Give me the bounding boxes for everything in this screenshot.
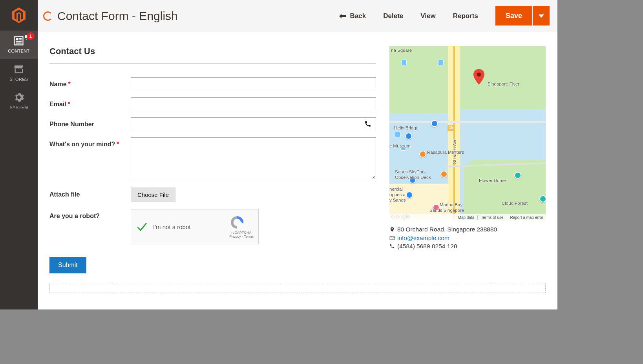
svg-rect-1 xyxy=(16,38,18,40)
phone-label: Phone Number xyxy=(49,117,131,128)
back-button[interactable]: Back xyxy=(339,12,366,20)
name-input[interactable] xyxy=(131,77,376,90)
map-label: Cloud Forest xyxy=(502,201,528,206)
map-label: Sheares Ave xyxy=(452,138,457,164)
attach-label: Attach file xyxy=(49,187,131,198)
envelope-icon xyxy=(389,235,395,241)
robot-label: Are you a robot? xyxy=(49,209,131,220)
poi-icon xyxy=(440,171,448,178)
email-input[interactable] xyxy=(131,97,376,110)
submit-button[interactable]: Submit xyxy=(49,257,86,273)
poi-icon xyxy=(406,191,413,198)
map-label: Sands SkyPark xyxy=(395,169,426,174)
recaptcha-widget[interactable]: I'm not a robot reCAPTCHA xyxy=(131,209,259,244)
rail-label: STORES xyxy=(10,77,28,82)
form-column: Contact Us Name* Email* Phone Number xyxy=(49,46,376,293)
section-title: Contact Us xyxy=(49,46,376,56)
map-label: Rasapura Masters xyxy=(427,150,464,155)
save-dropdown-toggle[interactable] xyxy=(533,6,550,25)
phone-icon xyxy=(389,244,395,249)
map-label: e Museum xyxy=(389,144,411,148)
poi-icon xyxy=(419,151,426,158)
map[interactable]: 15 xyxy=(389,46,546,220)
phone-icon xyxy=(364,120,371,127)
map-label: Flower Dome xyxy=(479,178,506,183)
map-label: Sands Singapore xyxy=(429,208,464,213)
divider xyxy=(49,64,376,64)
save-button-group: Save xyxy=(495,6,550,25)
svg-point-7 xyxy=(477,73,481,76)
poi-icon xyxy=(539,195,546,202)
page-title: Contact Form - English xyxy=(57,9,178,23)
contact-meta: 80 Orchard Road, Singapore 238880 info@e… xyxy=(389,225,546,251)
name-label: Name* xyxy=(49,77,131,88)
map-data-link[interactable]: Map data xyxy=(455,215,475,220)
main-panel: Contact Form - English Back Delete View … xyxy=(38,0,557,309)
check-icon xyxy=(136,221,148,233)
stores-icon xyxy=(13,64,24,75)
save-button[interactable]: Save xyxy=(495,6,532,25)
map-label: na Square xyxy=(391,48,412,53)
map-pin-icon xyxy=(389,227,395,232)
topbar: Contact Form - English Back Delete View … xyxy=(38,0,557,32)
transit-icon xyxy=(395,132,400,137)
side-column: 15 xyxy=(389,46,546,251)
recaptcha-logo: reCAPTCHA Privacy - Terms xyxy=(229,215,254,238)
message-textarea[interactable] xyxy=(131,137,376,179)
map-report-link[interactable]: Report a map error xyxy=(507,215,543,220)
content-icon xyxy=(13,35,24,46)
poi-icon xyxy=(405,133,412,140)
rail-label: CONTENT xyxy=(8,49,29,53)
map-label: Helix Bridge xyxy=(394,126,418,130)
admin-rail: CONTENT 1 STORES SYSTEM xyxy=(0,0,38,309)
spinner-icon xyxy=(43,11,53,21)
map-label: Singapore Flyer xyxy=(488,82,519,86)
map-pin-icon xyxy=(473,69,484,85)
rail-item-stores[interactable]: STORES xyxy=(0,59,38,87)
map-label: oppes at xyxy=(389,192,407,197)
poi-icon xyxy=(514,172,521,179)
map-label: nercial xyxy=(389,187,403,191)
notification-badge[interactable]: 1 xyxy=(27,32,35,40)
contact-email-row: info@example.com xyxy=(389,234,546,242)
arrow-left-icon xyxy=(339,13,346,19)
contact-phone: (4584) 5689 0254 128 xyxy=(389,242,546,251)
svg-rect-0 xyxy=(15,37,23,45)
content-area: Contact Us Name* Email* Phone Number xyxy=(38,32,557,309)
delete-button[interactable]: Delete xyxy=(383,12,403,20)
mind-label: What's on your mind?* xyxy=(49,137,131,148)
map-terms-link[interactable]: Terms of use xyxy=(477,215,503,220)
reports-button[interactable]: Reports xyxy=(453,12,478,20)
magento-logo[interactable] xyxy=(0,0,38,31)
email-label: Email* xyxy=(49,97,131,108)
contact-email-link[interactable]: info@example.com xyxy=(397,235,449,241)
transit-icon xyxy=(401,60,407,65)
map-footer: Map data Terms of use Report a map error xyxy=(389,214,546,220)
contact-address: 80 Orchard Road, Singapore 238880 xyxy=(389,225,546,234)
rail-item-content[interactable]: CONTENT 1 xyxy=(0,31,38,59)
map-label: y Sands xyxy=(389,198,406,202)
gear-icon xyxy=(13,92,24,103)
map-label: Marina Bay xyxy=(440,202,462,207)
choose-file-button[interactable]: Choose File xyxy=(131,187,175,202)
rail-label: SYSTEM xyxy=(9,105,28,110)
recaptcha-text: I'm not a robot xyxy=(153,224,229,230)
road-badge: 15 xyxy=(448,125,455,131)
poi-icon xyxy=(431,120,438,127)
rail-item-system[interactable]: SYSTEM xyxy=(0,87,38,115)
dropzone[interactable] xyxy=(49,283,546,293)
view-button[interactable]: View xyxy=(420,12,435,20)
chevron-down-icon xyxy=(539,14,544,18)
phone-input[interactable] xyxy=(131,117,376,130)
map-label: Observation Deck xyxy=(395,175,431,180)
transit-icon xyxy=(438,60,444,65)
